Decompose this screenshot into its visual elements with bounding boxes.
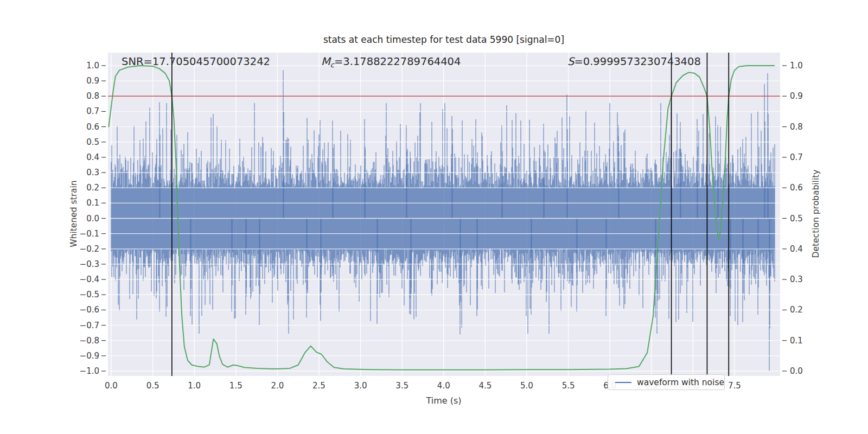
s-value: =0.9999573230743408 xyxy=(574,55,700,68)
legend: waveform with noise xyxy=(608,374,725,390)
left-axis-label: Whitened strain xyxy=(69,159,79,268)
svg-text:2.5: 2.5 xyxy=(312,381,326,391)
s-var: S xyxy=(567,55,574,68)
svg-text:0.5: 0.5 xyxy=(146,381,159,391)
svg-text:−1.0: −1.0 xyxy=(80,366,99,376)
legend-line-sample xyxy=(615,382,631,383)
svg-text:0.6: 0.6 xyxy=(86,122,99,132)
score-annotation: S=0.9999573230743408 xyxy=(567,55,701,68)
figure: 1.00.90.80.70.60.50.40.30.20.10.0−0.1−0.… xyxy=(0,0,868,434)
mc-subscript: c xyxy=(330,61,334,69)
svg-text:0.2: 0.2 xyxy=(790,305,803,315)
svg-text:5.0: 5.0 xyxy=(520,381,533,391)
horizontal-gridlines xyxy=(108,66,780,371)
svg-text:0.2: 0.2 xyxy=(86,183,99,193)
svg-text:1.0: 1.0 xyxy=(188,381,201,391)
svg-text:−0.8: −0.8 xyxy=(80,336,99,346)
svg-text:0.5: 0.5 xyxy=(790,214,803,224)
svg-text:0.1: 0.1 xyxy=(790,336,803,346)
svg-text:−0.5: −0.5 xyxy=(80,290,99,299)
svg-text:0.3: 0.3 xyxy=(86,168,99,177)
svg-text:0.0: 0.0 xyxy=(105,381,118,391)
svg-text:0.6: 0.6 xyxy=(790,183,803,193)
snr-annotation: SNR=17.705045700073242 xyxy=(122,55,270,68)
svg-text:4.5: 4.5 xyxy=(478,381,492,391)
x-axis-label: Time (s) xyxy=(390,395,498,406)
svg-text:0.9: 0.9 xyxy=(86,76,99,86)
svg-text:3.0: 3.0 xyxy=(354,381,367,391)
snr-text: SNR=17.705045700073242 xyxy=(122,55,270,68)
chart-title: stats at each timestep for test data 599… xyxy=(227,34,661,45)
svg-text:0.4: 0.4 xyxy=(790,244,803,254)
svg-text:1.0: 1.0 xyxy=(86,61,99,71)
svg-text:0.9: 0.9 xyxy=(790,91,803,101)
svg-text:0.0: 0.0 xyxy=(790,366,803,376)
svg-text:−0.3: −0.3 xyxy=(80,259,99,269)
legend-label: waveform with noise xyxy=(637,378,724,387)
svg-text:5.5: 5.5 xyxy=(562,381,575,391)
svg-text:1.0: 1.0 xyxy=(790,61,803,71)
svg-text:1.5: 1.5 xyxy=(229,381,242,391)
svg-text:7.5: 7.5 xyxy=(728,381,741,391)
svg-text:2.0: 2.0 xyxy=(271,381,284,391)
svg-text:0.1: 0.1 xyxy=(86,198,99,208)
svg-text:−0.4: −0.4 xyxy=(80,275,99,284)
svg-text:−0.1: −0.1 xyxy=(80,229,99,239)
svg-text:4.0: 4.0 xyxy=(437,381,450,391)
svg-text:−0.9: −0.9 xyxy=(80,351,99,361)
svg-text:3.5: 3.5 xyxy=(395,381,409,391)
svg-text:0.3: 0.3 xyxy=(790,275,803,284)
mc-value: =3.1788222789764404 xyxy=(334,55,461,68)
right-axis-label: Detection probability xyxy=(811,159,821,268)
mc-var: M xyxy=(321,55,330,68)
svg-text:0.4: 0.4 xyxy=(86,152,99,162)
svg-text:0.5: 0.5 xyxy=(86,137,99,147)
svg-text:0.7: 0.7 xyxy=(790,152,803,162)
svg-text:0.0: 0.0 xyxy=(86,214,99,224)
svg-text:0.7: 0.7 xyxy=(86,106,99,116)
svg-text:0.8: 0.8 xyxy=(790,122,803,132)
svg-text:−0.2: −0.2 xyxy=(80,244,99,254)
svg-text:−0.6: −0.6 xyxy=(80,305,99,315)
svg-text:0.8: 0.8 xyxy=(86,91,99,101)
svg-text:−0.7: −0.7 xyxy=(80,321,99,330)
chirp-mass-annotation: Mc=3.1788222789764404 xyxy=(321,55,461,69)
